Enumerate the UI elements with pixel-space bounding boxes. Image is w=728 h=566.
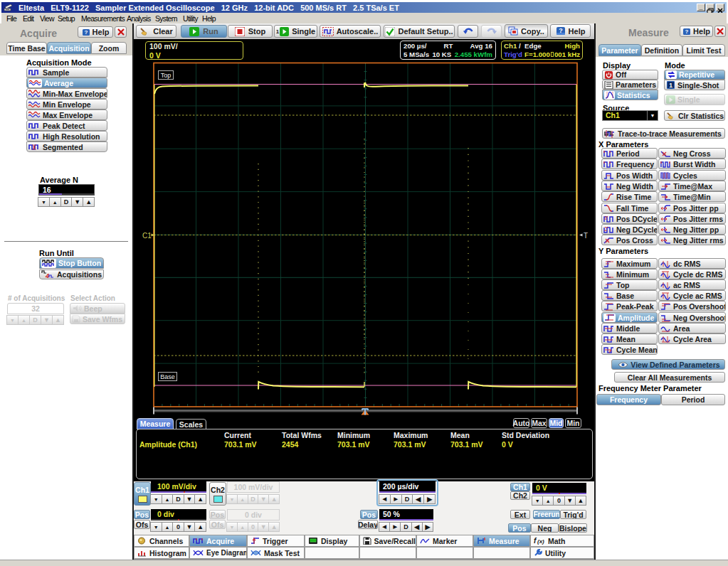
svg-text:4: 4: [45, 272, 49, 279]
svg-text:?: ?: [559, 27, 563, 34]
svg-text:?: ?: [685, 28, 689, 35]
svg-text:C1: C1: [142, 232, 152, 240]
svg-text:Base: Base: [160, 373, 175, 380]
svg-text:T: T: [584, 232, 588, 240]
svg-text:1: 1: [669, 82, 672, 89]
svg-text:Top: Top: [161, 72, 172, 79]
svg-text:?: ?: [84, 29, 88, 36]
svg-text:(x): (x): [537, 538, 544, 545]
